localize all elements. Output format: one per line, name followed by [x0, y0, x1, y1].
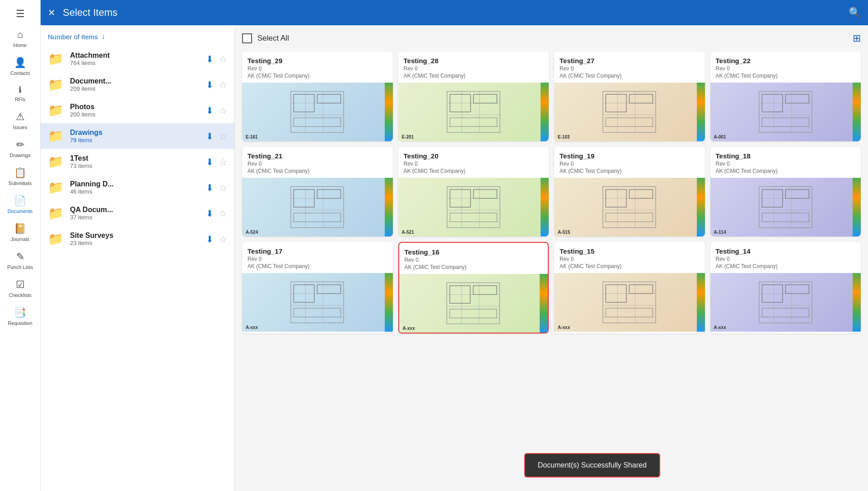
card-thumbnail: A-114 — [710, 178, 861, 236]
svg-rect-97 — [630, 285, 653, 294]
issues-icon: ⚠ — [16, 111, 25, 123]
folder-icon: 📁 — [48, 103, 64, 118]
card-rev: Rev 0 — [716, 161, 856, 167]
card-rev: Rev 0 — [560, 161, 700, 167]
download-icon[interactable]: ⬇ — [206, 105, 214, 116]
folder-info: 1Test 73 items — [70, 154, 206, 169]
star-icon[interactable]: ☆ — [219, 54, 227, 65]
blueprint: A-114 — [710, 178, 861, 236]
sidebar-nav: ☰ ⌂ Home 👤 Contacts ℹ RFIs ⚠ Issues ✏ Dr… — [0, 0, 41, 491]
doc-card-c4[interactable]: Testing_22 Rev 0 AK (CMiC Test Company) — [710, 51, 861, 141]
blueprint-svg — [257, 88, 378, 135]
star-icon[interactable]: ☆ — [219, 157, 227, 167]
blueprint-inner — [554, 178, 705, 236]
bp-label: A-xxx — [558, 325, 570, 330]
sidebar-item-requisition[interactable]: 📑 Requisition — [0, 302, 40, 330]
sort-label[interactable]: Number of Items — [48, 33, 98, 41]
doc-card-c2[interactable]: Testing_28 Rev 0 AK (CMiC Test Company) — [398, 51, 549, 141]
sidebar-item-submittals[interactable]: 📋 Submittals — [0, 162, 40, 190]
sidebar-item-documents[interactable]: 📄 Documents — [0, 190, 40, 218]
search-button[interactable]: 🔍 — [849, 7, 861, 19]
download-icon[interactable]: ⬇ — [206, 234, 214, 245]
bp-right-strip — [697, 178, 705, 236]
blueprint-inner — [398, 178, 549, 236]
card-header: Testing_20 Rev 0 AK (CMiC Test Company) — [398, 147, 549, 178]
bp-right-strip — [697, 83, 705, 141]
sidebar-drawings-label: Drawings — [10, 153, 31, 158]
folder-item-planning[interactable]: 📁 Planning D... 46 items ⬇ ☆ — [41, 175, 234, 200]
download-icon[interactable]: ⬇ — [206, 208, 214, 219]
card-company: AK (CMiC Test Company) — [247, 263, 387, 269]
folder-name: Site Surveys — [70, 232, 206, 240]
card-title: Testing_14 — [716, 247, 856, 255]
sidebar-item-punch-lists[interactable]: ✎ Punch Lists — [0, 246, 40, 274]
download-icon[interactable]: ⬇ — [206, 182, 214, 193]
svg-rect-16 — [473, 94, 497, 103]
card-title: Testing_20 — [404, 152, 544, 160]
card-rev: Rev 0 — [560, 256, 700, 262]
folder-info: Drawings 79 items — [70, 129, 206, 144]
star-icon[interactable]: ☆ — [219, 208, 227, 219]
card-title: Testing_22 — [716, 57, 856, 65]
download-icon[interactable]: ⬇ — [206, 54, 214, 65]
blueprint: A-xxx — [554, 273, 705, 332]
content-area: Number of Items ↓ 📁 Attachment 764 items… — [41, 25, 868, 491]
doc-card-c10[interactable]: Testing_16 Rev 0 AK (CMiC Test Company) — [398, 242, 549, 334]
sidebar-item-issues[interactable]: ⚠ Issues — [0, 107, 40, 134]
star-icon[interactable]: ☆ — [219, 131, 227, 142]
sidebar-item-contacts[interactable]: 👤 Contacts — [0, 52, 40, 80]
star-icon[interactable]: ☆ — [219, 182, 227, 193]
bp-label: A-515 — [558, 230, 570, 235]
doc-card-c1[interactable]: Testing_29 Rev 0 AK (CMiC Test Company) — [242, 51, 393, 141]
card-company: AK (CMiC Test Company) — [247, 168, 387, 174]
doc-card-c12[interactable]: Testing_14 Rev 0 AK (CMiC Test Company) — [710, 242, 861, 334]
sidebar-item-rfis[interactable]: ℹ RFIs — [0, 80, 40, 107]
view-toggle-button[interactable]: ⊞ — [853, 32, 861, 44]
card-thumbnail: A-001 — [710, 83, 861, 141]
journals-icon: 📔 — [14, 223, 26, 235]
doc-card-c7[interactable]: Testing_19 Rev 0 AK (CMiC Test Company) — [554, 147, 705, 236]
folder-list: 📁 Attachment 764 items ⬇ ☆ 📁 Document...… — [41, 46, 234, 252]
download-icon[interactable]: ⬇ — [206, 157, 214, 167]
sidebar-item-menu[interactable]: ☰ — [0, 4, 40, 24]
doc-card-c6[interactable]: Testing_20 Rev 0 AK (CMiC Test Company) — [398, 147, 549, 236]
blueprint: A-xxx — [242, 273, 393, 332]
folder-item-attachment[interactable]: 📁 Attachment 764 items ⬇ ☆ — [41, 46, 234, 72]
folder-item-photos[interactable]: 📁 Photos 200 items ⬇ ☆ — [41, 97, 234, 123]
folder-item-1test[interactable]: 📁 1Test 73 items ⬇ ☆ — [41, 149, 234, 175]
bp-label: A-001 — [714, 134, 726, 139]
sort-icon[interactable]: ↓ — [102, 32, 105, 41]
right-panel: Select All ⊞ Testing_29 Rev 0 AK (CMiC T… — [235, 25, 868, 491]
sidebar-item-home[interactable]: ⌂ Home — [0, 24, 40, 52]
svg-rect-8 — [294, 118, 341, 127]
select-all-checkbox[interactable] — [242, 33, 252, 43]
sidebar-item-drawings[interactable]: ✏ Drawings — [0, 134, 40, 162]
folder-item-site-surveys[interactable]: 📁 Site Surveys 23 items ⬇ ☆ — [41, 226, 234, 252]
doc-card-c11[interactable]: Testing_15 Rev 0 AK (CMiC Test Company) — [554, 242, 705, 334]
download-icon[interactable]: ⬇ — [206, 131, 214, 142]
svg-rect-26 — [606, 118, 653, 127]
folder-item-drawings[interactable]: 📁 Drawings 79 items ⬇ ☆ — [41, 123, 234, 149]
doc-card-c5[interactable]: Testing_21 Rev 0 AK (CMiC Test Company) — [242, 147, 393, 236]
svg-rect-70 — [785, 190, 809, 199]
folder-actions: ⬇ ☆ — [206, 208, 227, 219]
doc-card-c8[interactable]: Testing_18 Rev 0 AK (CMiC Test Company) — [710, 147, 861, 236]
card-header: Testing_19 Rev 0 AK (CMiC Test Company) — [554, 147, 705, 178]
toast-message: Document(s) Successfully Shared — [538, 461, 647, 469]
blueprint-svg — [569, 88, 690, 135]
sidebar-item-checklists[interactable]: ☑ Checklists — [0, 274, 40, 302]
folder-item-qa-docum[interactable]: 📁 QA Docum... 37 items ⬇ ☆ — [41, 200, 234, 226]
doc-card-c9[interactable]: Testing_17 Rev 0 AK (CMiC Test Company) — [242, 242, 393, 334]
doc-card-c3[interactable]: Testing_27 Rev 0 AK (CMiC Test Company) — [554, 51, 705, 141]
blueprint-inner — [242, 273, 393, 332]
star-icon[interactable]: ☆ — [219, 105, 227, 116]
folder-item-document[interactable]: 📁 Document... 209 items ⬇ ☆ — [41, 72, 234, 97]
sidebar-item-journals[interactable]: 📔 Journals — [0, 218, 40, 246]
svg-rect-79 — [317, 285, 341, 294]
blueprint-inner — [242, 178, 393, 236]
close-button[interactable]: ✕ — [48, 7, 56, 18]
star-icon[interactable]: ☆ — [219, 79, 227, 90]
sidebar-documents-label: Documents — [8, 208, 33, 214]
download-icon[interactable]: ⬇ — [206, 79, 214, 90]
star-icon[interactable]: ☆ — [219, 234, 227, 245]
